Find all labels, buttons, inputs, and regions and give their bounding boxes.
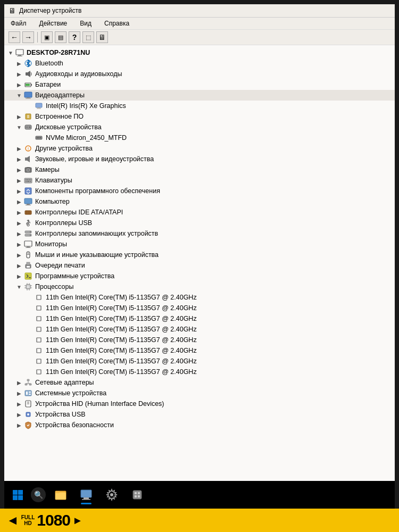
icon-mice: [23, 250, 33, 260]
tree-item-keyboards[interactable]: ▶ Клавиатуры: [4, 175, 395, 186]
label-disk: Дисковые устройства: [35, 123, 395, 131]
expand-arrow-network-adapters[interactable]: ▶: [15, 378, 23, 387]
expand-arrow-computer[interactable]: ▶: [15, 197, 23, 206]
taskbar-app-devmgr[interactable]: [76, 484, 97, 505]
forward-button[interactable]: →: [22, 31, 34, 43]
tree-item-cpu5[interactable]: ▶ 11th Gen Intel(R) Core(TM) i5-1135G7 @…: [4, 335, 395, 345]
tree-item-battery[interactable]: ▶ Батареи: [4, 79, 395, 90]
tree-item-hid[interactable]: ▶ Устройства HID (Human Interface Device…: [4, 398, 395, 409]
tree-item-usb-ctrl[interactable]: ▶ Контроллеры USB: [4, 218, 395, 228]
toolbar-btn-4[interactable]: ▤: [55, 31, 66, 43]
tree-item-videoadapters[interactable]: ▼ Видеоадаптеры: [4, 90, 395, 101]
tree-items-container: ▶ Bluetooth ▶ Аудиовходы и аудиовыходы ▶…: [4, 58, 395, 430]
svg-rect-108: [55, 491, 60, 493]
svg-rect-42: [26, 205, 31, 205]
tree-item-cpu7[interactable]: ▶ 11th Gen Intel(R) Core(TM) i5-1135G7 @…: [4, 356, 395, 367]
svg-rect-0: [16, 49, 23, 55]
tree-item-cpu1[interactable]: ▶ 11th Gen Intel(R) Core(TM) i5-1135G7 @…: [4, 292, 395, 303]
svg-rect-107: [55, 493, 66, 500]
expand-arrow-usb-ctrl[interactable]: ▶: [15, 219, 23, 227]
label-storage-ctrl: Контроллеры запоминающих устройств: [35, 230, 395, 237]
tree-item-cpu4[interactable]: ▶ 11th Gen Intel(R) Core(TM) i5-1135G7 @…: [4, 324, 395, 335]
expand-arrow-system-devices[interactable]: ▶: [15, 389, 23, 397]
icon-builtin-po: [23, 112, 33, 121]
taskbar-app-other[interactable]: [127, 484, 148, 505]
tree-item-cpu2[interactable]: ▶ 11th Gen Intel(R) Core(TM) i5-1135G7 @…: [4, 303, 395, 313]
tree-item-storage-ctrl[interactable]: ▶ Контроллеры запоминающих устройств: [4, 228, 395, 239]
tree-item-cpu3[interactable]: ▶ 11th Gen Intel(R) Core(TM) i5-1135G7 @…: [4, 313, 395, 324]
menu-action[interactable]: Действие: [37, 19, 70, 28]
expand-arrow-security-devices[interactable]: ▶: [15, 421, 23, 429]
label-builtin-po: Встроенное ПО: [35, 113, 395, 120]
expand-arrow-sound[interactable]: ▶: [15, 155, 23, 163]
expand-arrow-hid[interactable]: ▶: [15, 400, 23, 408]
svg-rect-81: [37, 317, 41, 321]
tree-item-mice[interactable]: ▶ Мыши и иные указывающие устройства: [4, 250, 395, 260]
tree-item-usb-devices[interactable]: ▶ Устройства USB: [4, 409, 395, 420]
expand-arrow-print-queue[interactable]: ▶: [15, 261, 23, 270]
expand-arrow-bluetooth[interactable]: ▶: [15, 59, 23, 68]
label-usb-ctrl: Контроллеры USB: [35, 219, 395, 227]
tree-item-other[interactable]: ▶ ! Другие устройства: [4, 143, 395, 154]
svg-rect-63: [27, 262, 30, 265]
menu-view[interactable]: Вид: [78, 19, 94, 28]
expand-arrow-usb-devices[interactable]: ▶: [15, 410, 23, 419]
svg-rect-41: [27, 204, 30, 205]
tree-item-system-devices[interactable]: ▶ Системные устройства: [4, 388, 395, 398]
tree-item-software-components[interactable]: ▶ Компоненты программного обеспечения: [4, 186, 395, 196]
expand-arrow-disk[interactable]: ▼: [15, 123, 23, 131]
tree-item-sound[interactable]: ▶ Звуковые, игровые и видеоустройства: [4, 154, 395, 164]
expand-arrow-software-components[interactable]: ▶: [15, 187, 23, 195]
root-expand-arrow[interactable]: ▼: [6, 48, 15, 57]
tree-item-intel-graphics[interactable]: ▶ Intel(R) Iris(R) Xe Graphics: [4, 101, 395, 111]
title-bar-icon: 🖥: [9, 6, 16, 15]
tree-item-builtin-po[interactable]: ▶ Встроенное ПО: [4, 111, 395, 122]
icon-cpu4: [34, 325, 44, 334]
expand-arrow-monitors[interactable]: ▶: [15, 240, 23, 248]
label-software-components: Компоненты программного обеспечения: [35, 187, 395, 195]
device-tree[interactable]: ▼ DESKTOP-28R71NU ▶ Bluetooth ▶ Аудиовхо…: [4, 45, 395, 481]
back-button[interactable]: ←: [9, 31, 20, 43]
menu-help[interactable]: Справка: [102, 19, 131, 28]
tree-item-print-queue[interactable]: ▶ Очереди печати: [4, 260, 395, 271]
expand-arrow-videoadapters[interactable]: ▼: [15, 91, 23, 99]
tree-item-ide[interactable]: ▶ Контроллеры IDE ATA/ATAPI: [4, 207, 395, 218]
tree-item-network-adapters[interactable]: ▶ Сетевые адаптеры: [4, 377, 395, 388]
tree-item-monitors[interactable]: ▶ Мониторы: [4, 239, 395, 250]
expand-arrow-mice[interactable]: ▶: [15, 251, 23, 259]
expand-arrow-ide[interactable]: ▶: [15, 208, 23, 217]
tree-item-security-devices[interactable]: ▶ Устройства безопасности: [4, 420, 395, 430]
expand-arrow-prog-devices[interactable]: ▶: [15, 272, 23, 280]
toolbar-btn-3[interactable]: ▣: [41, 31, 53, 43]
tree-item-cpu8[interactable]: ▶ 11th Gen Intel(R) Core(TM) i5-1135G7 @…: [4, 367, 395, 377]
fullhd-left-arrow: ◄: [6, 513, 19, 528]
expand-arrow-builtin-po[interactable]: ▶: [15, 112, 23, 121]
tree-item-cameras[interactable]: ▶ Камеры: [4, 164, 395, 175]
expand-arrow-other[interactable]: ▶: [15, 144, 23, 153]
taskbar-app-settings[interactable]: [101, 484, 122, 505]
tree-item-nvme[interactable]: ▶ NVMe Micron_2450_MTFD: [4, 132, 395, 143]
tree-item-disk[interactable]: ▼ Дисковые устройства: [4, 122, 395, 132]
expand-arrow-keyboards[interactable]: ▶: [15, 176, 23, 185]
search-button[interactable]: 🔍: [31, 487, 46, 502]
icon-computer: [23, 197, 33, 206]
tree-item-processors[interactable]: ▼ Процессоры: [4, 281, 395, 292]
tree-item-cpu6[interactable]: ▶ 11th Gen Intel(R) Core(TM) i5-1135G7 @…: [4, 345, 395, 356]
label-cameras: Камеры: [35, 166, 395, 173]
expand-arrow-battery[interactable]: ▶: [15, 80, 23, 89]
expand-arrow-storage-ctrl[interactable]: ▶: [15, 229, 23, 238]
tree-item-bluetooth[interactable]: ▶ Bluetooth: [4, 58, 395, 69]
start-button[interactable]: [9, 486, 27, 504]
tree-item-audio[interactable]: ▶ Аудиовходы и аудиовыходы: [4, 69, 395, 79]
expand-arrow-audio[interactable]: ▶: [15, 70, 23, 78]
tree-item-computer[interactable]: ▶ Компьютер: [4, 196, 395, 207]
taskbar-app-explorer[interactable]: [50, 484, 71, 505]
menu-file[interactable]: Файл: [9, 19, 29, 28]
tree-item-prog-devices[interactable]: ▶ Программные устройства: [4, 271, 395, 281]
expand-arrow-processors[interactable]: ▼: [15, 282, 23, 291]
help-button[interactable]: ?: [69, 31, 80, 43]
monitor-button[interactable]: 🖥: [96, 31, 108, 43]
expand-arrow-cameras[interactable]: ▶: [15, 165, 23, 174]
toolbar-btn-6[interactable]: ⬚: [82, 31, 94, 43]
root-node[interactable]: ▼ DESKTOP-28R71NU: [4, 47, 395, 58]
